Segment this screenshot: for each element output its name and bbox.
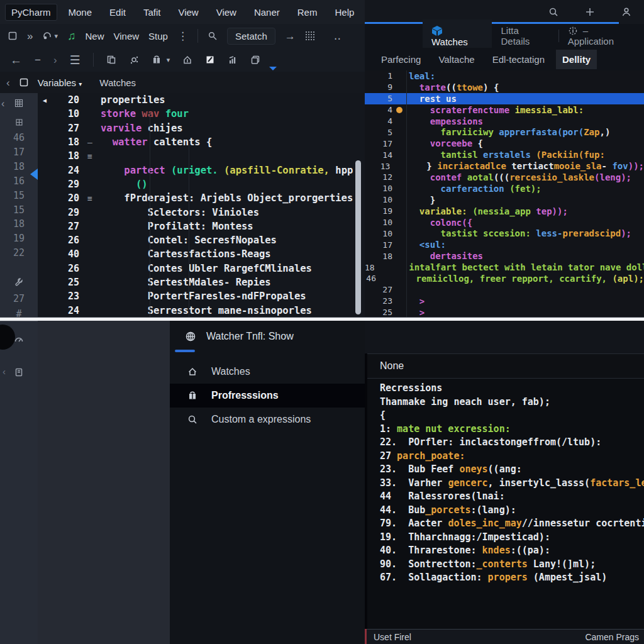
fold-arrow-icon[interactable]: ◀ xyxy=(38,97,52,104)
code-line[interactable]: 29 () xyxy=(38,177,365,191)
search-input[interactable]: Setatch xyxy=(227,28,275,45)
line-number[interactable]: 25 xyxy=(52,277,79,288)
toolbar-vinew-button[interactable]: Vinew xyxy=(114,31,140,42)
line-number[interactable]: 18 xyxy=(365,263,375,272)
line-number[interactable]: 10 xyxy=(365,195,392,204)
fold-icon[interactable]: ≡ xyxy=(79,194,101,203)
subtab-edl-tectatign[interactable]: Edl-tectatign xyxy=(486,50,551,69)
subtab-parfecing[interactable]: Parfecing xyxy=(375,50,427,69)
line-number[interactable]: 26 xyxy=(52,263,79,274)
line-number[interactable]: 12 xyxy=(365,172,392,182)
expression-line[interactable]: Recressions xyxy=(380,382,644,396)
line-number[interactable]: 23 xyxy=(365,296,392,306)
ellipsis-icon[interactable]: ‥ xyxy=(334,31,341,42)
chart-icon[interactable] xyxy=(228,55,238,65)
expression-line[interactable]: 67. Sollagaction: propers (Ampest_jsal) xyxy=(380,572,644,586)
code-line[interactable]: 40 Cartessfactions-Reags xyxy=(38,247,365,261)
code-line[interactable]: 27 Profilatt: Montess xyxy=(38,219,365,233)
toolbar-stup-button[interactable]: Stup xyxy=(148,31,168,42)
line-number[interactable]: 29 xyxy=(52,179,79,190)
grid-dots-icon[interactable] xyxy=(305,31,315,41)
expression-line[interactable]: 22. POrfler: inclacstongeffrom(/ltub): xyxy=(380,436,644,450)
search-icon[interactable] xyxy=(548,7,558,17)
minus-icon[interactable]: − xyxy=(35,55,41,65)
line-number[interactable]: 40 xyxy=(52,248,79,260)
menu-item-naner[interactable]: Naner xyxy=(248,4,286,21)
line-number[interactable]: 25 xyxy=(365,308,392,317)
line-number[interactable]: 10 xyxy=(365,229,392,238)
plus-icon[interactable] xyxy=(585,7,595,17)
window-icon[interactable] xyxy=(19,77,29,87)
line-number[interactable]: 26 xyxy=(52,235,79,246)
expression-line[interactable]: 1: mate nut excression: xyxy=(380,423,644,437)
settings-icon[interactable] xyxy=(129,55,139,65)
code-line[interactable]: 24 partect (uriget. (apsfill-Conratie, h… xyxy=(38,163,365,177)
line-number[interactable]: 10 xyxy=(52,108,79,119)
line-number[interactable]: 29 xyxy=(52,207,79,218)
menu-item-view[interactable]: View xyxy=(210,4,243,21)
expression-line[interactable]: 44 Ralessrores(lnai: xyxy=(380,491,644,504)
line-number[interactable]: 5 xyxy=(365,128,392,137)
grid-icon[interactable] xyxy=(0,98,38,108)
code-line[interactable]: ◀20propertiles xyxy=(38,93,365,107)
line-number[interactable]: 17 xyxy=(365,240,392,250)
package-icon[interactable] xyxy=(152,55,162,65)
subtab-dellity[interactable]: Dellity xyxy=(556,50,597,69)
expression-line[interactable]: 79. Aacter doles_inc_may//innessetur coc… xyxy=(380,518,644,531)
line-number[interactable]: 20 xyxy=(52,192,79,204)
line-number[interactable]: 4 xyxy=(365,116,392,126)
line-number[interactable]: 46 xyxy=(365,274,376,283)
subtab-valtache[interactable]: Valtache xyxy=(432,50,480,69)
gridsm-icon[interactable] xyxy=(0,118,38,126)
line-number[interactable]: 23 xyxy=(52,291,79,302)
copy-icon[interactable] xyxy=(106,55,116,65)
line-number[interactable]: 27 xyxy=(52,123,79,134)
variables-tab[interactable]: Variables ▾ xyxy=(38,77,82,88)
fold-icon[interactable]: ≡ xyxy=(79,152,101,161)
line-number[interactable]: 20 xyxy=(52,94,79,106)
watches-tab[interactable]: Watches xyxy=(99,77,136,88)
code-line[interactable]: 18≡ xyxy=(38,149,365,163)
line-number[interactable]: 10 xyxy=(365,218,392,227)
code-line[interactable]: 26 Contel: SecresfNopales xyxy=(38,233,365,247)
menu-item-help[interactable]: Help xyxy=(328,4,360,21)
chevron-right-icon[interactable]: › xyxy=(53,55,57,65)
menu-item-rem[interactable]: Rem xyxy=(291,4,324,21)
expression-line[interactable]: 23. Bub Feef oneys((ang: xyxy=(380,464,644,477)
code-line[interactable]: 25 SertestMdales- Repies xyxy=(38,275,365,289)
line-number[interactable]: 19 xyxy=(365,206,392,216)
headset-icon[interactable] xyxy=(42,31,52,41)
chevron-left-icon[interactable]: ‹ xyxy=(6,77,10,88)
home-upload-icon[interactable] xyxy=(182,55,192,65)
code-line[interactable]: 27varvile chijes xyxy=(38,121,365,135)
expression-line[interactable]: 90. Sontrectton:_conterts Lany!(]ml); xyxy=(380,558,644,572)
line-number[interactable]: 18 xyxy=(52,136,79,148)
edit-icon[interactable] xyxy=(205,55,215,65)
variables-editor[interactable]: ◀20propertiles10storke wav four27varvile… xyxy=(38,93,365,318)
line-number[interactable]: 17 xyxy=(365,139,392,148)
line-number[interactable]: 18 xyxy=(52,150,79,162)
line-number[interactable]: 5 xyxy=(365,94,392,103)
line-number[interactable]: 13 xyxy=(365,162,390,171)
music-note-icon[interactable]: ♫ xyxy=(67,30,76,42)
expression-line[interactable]: Thanmake ing neach user, fab); xyxy=(380,396,644,410)
menu-item-edit[interactable]: Edit xyxy=(103,4,132,21)
menu-item-view[interactable]: View xyxy=(172,4,204,21)
watcher-list-item-profresssions[interactable]: Profresssions xyxy=(170,384,365,408)
line-number[interactable]: 14 xyxy=(365,150,392,160)
menu-item-tafit[interactable]: Tafit xyxy=(137,4,167,21)
breakpoint-icon[interactable] xyxy=(392,107,406,113)
menu-item-pycharm[interactable]: PyCharm xyxy=(5,4,57,21)
line-number[interactable]: 24 xyxy=(52,305,79,316)
expression-line[interactable]: { xyxy=(380,409,644,423)
search-wand-icon[interactable] xyxy=(208,31,218,41)
forward-arrow-icon[interactable]: → xyxy=(285,31,296,42)
toolbar-new-button[interactable]: New xyxy=(86,31,104,42)
hamburger-icon[interactable]: ☰ xyxy=(70,54,80,66)
expression-line[interactable]: 40. Thrarestone: kndes:((pa): xyxy=(380,545,644,558)
line-number[interactable]: 10 xyxy=(365,184,392,193)
code-line[interactable]: 10storke wav four xyxy=(38,107,365,121)
scrollbar-thumb[interactable] xyxy=(355,160,361,314)
line-number[interactable]: 24 xyxy=(52,165,79,176)
expression-line[interactable]: 33. Varher gencerc, insertylc_lasss(fact… xyxy=(380,477,644,491)
